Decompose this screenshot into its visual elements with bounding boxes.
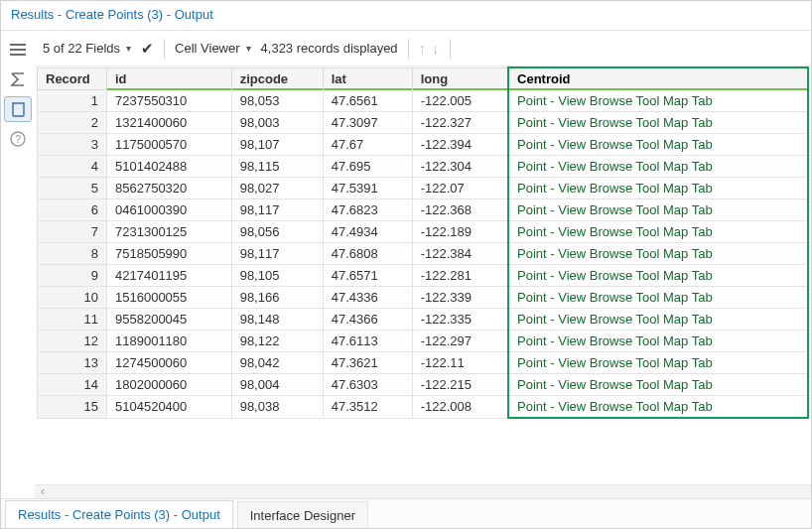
cell-centroid[interactable]: Point - View Browse Tool Map Tab [508,374,808,396]
cell-zipcode[interactable]: 98,053 [231,90,323,112]
cell-zipcode[interactable]: 98,004 [231,374,323,396]
cell-lat[interactable]: 47.4336 [323,287,412,309]
cell-centroid[interactable]: Point - View Browse Tool Map Tab [508,90,808,112]
cell-lat[interactable]: 47.695 [323,156,412,178]
table-scroll-area[interactable]: Record id zipcode lat long Centroid 1723… [35,66,811,484]
cell-zipcode[interactable]: 98,122 [231,331,323,352]
cell-record[interactable]: 7 [38,221,107,243]
cell-record[interactable]: 1 [38,90,107,112]
cell-id[interactable]: 1321400060 [107,112,232,134]
cell-record[interactable]: 15 [38,396,107,419]
cell-lat[interactable]: 47.3621 [323,352,412,374]
cell-id[interactable]: 1802000060 [107,374,232,396]
cell-centroid[interactable]: Point - View Browse Tool Map Tab [508,112,808,134]
horizontal-scrollbar[interactable]: ‹ [35,484,811,498]
move-up-icon[interactable]: ↑ [419,40,427,57]
cell-id[interactable]: 1516000055 [107,287,232,309]
cell-long[interactable]: -122.304 [412,156,508,178]
cell-long[interactable]: -122.335 [412,309,508,331]
cell-lat[interactable]: 47.6303 [323,374,412,396]
table-row[interactable]: 3117500057098,10747.67-122.394Point - Vi… [38,134,809,156]
rows-view-icon[interactable] [4,37,32,63]
cell-record[interactable]: 8 [38,243,107,265]
cell-lat[interactable]: 47.3097 [323,112,412,134]
cell-lat[interactable]: 47.3512 [323,396,412,419]
cell-zipcode[interactable]: 98,105 [231,265,323,287]
cell-zipcode[interactable]: 98,107 [231,134,323,156]
cell-long[interactable]: -122.11 [412,352,508,374]
cell-centroid[interactable]: Point - View Browse Tool Map Tab [508,134,808,156]
cell-centroid[interactable]: Point - View Browse Tool Map Tab [508,265,808,287]
apply-check-icon[interactable]: ✔ [141,40,154,58]
cell-zipcode[interactable]: 98,027 [231,178,323,199]
cell-zipcode[interactable]: 98,166 [231,287,323,309]
help-icon[interactable]: ? [4,126,32,152]
cell-id[interactable]: 1274500060 [107,352,232,374]
cell-lat[interactable]: 47.5391 [323,178,412,199]
col-header-long[interactable]: long [412,67,508,90]
cell-centroid[interactable]: Point - View Browse Tool Map Tab [508,287,808,309]
table-row[interactable]: 5856275032098,02747.5391-122.07Point - V… [38,178,809,199]
cell-long[interactable]: -122.368 [412,199,508,221]
cell-id[interactable]: 7237550310 [107,90,232,112]
cell-id[interactable]: 0461000390 [107,199,232,221]
cell-id[interactable]: 1175000570 [107,134,232,156]
cell-id[interactable]: 5101402488 [107,156,232,178]
col-header-record[interactable]: Record [38,67,107,90]
cell-id[interactable]: 7231300125 [107,221,232,243]
cell-long[interactable]: -122.394 [412,134,508,156]
cell-record[interactable]: 6 [38,199,107,221]
table-row[interactable]: 9421740119598,10547.6571-122.281Point - … [38,265,809,287]
col-header-zipcode[interactable]: zipcode [231,67,323,90]
cell-zipcode[interactable]: 98,117 [231,243,323,265]
cell-viewer-dropdown[interactable]: Cell Viewer ▾ [175,41,251,56]
cell-record[interactable]: 12 [38,331,107,352]
cell-zipcode[interactable]: 98,038 [231,396,323,419]
cell-long[interactable]: -122.384 [412,243,508,265]
table-row[interactable]: 4510140248898,11547.695-122.304Point - V… [38,156,809,178]
table-row[interactable]: 6046100039098,11747.6823-122.368Point - … [38,199,809,221]
cell-record[interactable]: 14 [38,374,107,396]
table-row[interactable]: 12118900118098,12247.6113-122.297Point -… [38,331,809,352]
cell-long[interactable]: -122.07 [412,178,508,199]
table-row[interactable]: 7723130012598,05647.4934-122.189Point - … [38,221,809,243]
cell-lat[interactable]: 47.4934 [323,221,412,243]
col-header-id[interactable]: id [107,67,232,90]
sigma-view-icon[interactable] [4,66,32,92]
cell-record[interactable]: 9 [38,265,107,287]
cell-long[interactable]: -122.189 [412,221,508,243]
cell-record[interactable]: 5 [38,178,107,199]
cell-centroid[interactable]: Point - View Browse Tool Map Tab [508,331,808,352]
table-row[interactable]: 2132140006098,00347.3097-122.327Point - … [38,112,809,134]
cell-zipcode[interactable]: 98,056 [231,221,323,243]
cell-centroid[interactable]: Point - View Browse Tool Map Tab [508,178,808,199]
cell-zipcode[interactable]: 98,148 [231,309,323,331]
table-row[interactable]: 8751850599098,11747.6808-122.384Point - … [38,243,809,265]
cell-lat[interactable]: 47.6113 [323,331,412,352]
table-row[interactable]: 13127450006098,04247.3621-122.11Point - … [38,352,809,374]
col-header-lat[interactable]: lat [323,67,412,90]
scroll-left-icon[interactable]: ‹ [41,484,45,498]
cell-centroid[interactable]: Point - View Browse Tool Map Tab [508,396,808,419]
cell-centroid[interactable]: Point - View Browse Tool Map Tab [508,352,808,374]
cell-zipcode[interactable]: 98,042 [231,352,323,374]
cell-zipcode[interactable]: 98,117 [231,199,323,221]
cell-id[interactable]: 8562750320 [107,178,232,199]
cell-record[interactable]: 4 [38,156,107,178]
cell-centroid[interactable]: Point - View Browse Tool Map Tab [508,243,808,265]
col-header-centroid[interactable]: Centroid [508,67,808,90]
cell-lat[interactable]: 47.4366 [323,309,412,331]
table-row[interactable]: 11955820004598,14847.4366-122.335Point -… [38,309,809,331]
cell-long[interactable]: -122.215 [412,374,508,396]
move-down-icon[interactable]: ↓ [432,40,440,57]
schema-view-icon[interactable] [4,96,32,122]
cell-lat[interactable]: 47.6571 [323,265,412,287]
cell-id[interactable]: 5104520400 [107,396,232,419]
fields-dropdown[interactable]: 5 of 22 Fields ▾ [43,41,131,56]
cell-lat[interactable]: 47.6808 [323,243,412,265]
cell-zipcode[interactable]: 98,115 [231,156,323,178]
cell-id[interactable]: 9558200045 [107,309,232,331]
cell-long[interactable]: -122.281 [412,265,508,287]
cell-long[interactable]: -122.327 [412,112,508,134]
table-row[interactable]: 1723755031098,05347.6561-122.005Point - … [38,90,809,112]
